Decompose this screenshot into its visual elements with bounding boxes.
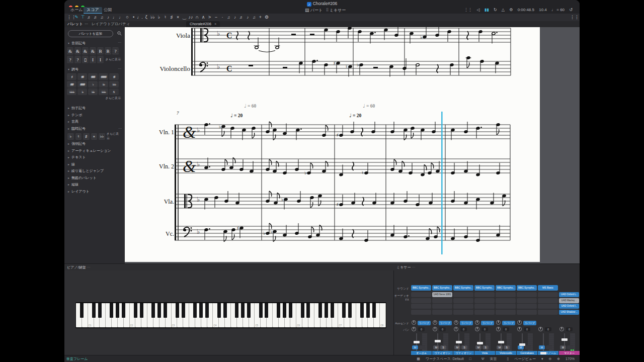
palette-item-レイアウト[interactable]: ▸レイアウト	[64, 188, 125, 195]
audio-fx-slot[interactable]	[453, 292, 473, 297]
accidental-thumb[interactable]: ×	[91, 133, 98, 140]
slur-icon[interactable]: ∩	[194, 14, 200, 21]
drag-handle-icon[interactable]: ⋮⋮	[67, 14, 73, 21]
piano-key-black[interactable]	[98, 303, 102, 318]
solo-button[interactable]: S	[504, 345, 510, 349]
audio-fx-slot[interactable]	[517, 310, 537, 315]
piano-key-black[interactable]	[122, 303, 125, 318]
natural-icon[interactable]: ♮	[162, 14, 169, 21]
reverb-button[interactable]: リバーブ	[481, 321, 494, 325]
aux-send-knob[interactable]	[433, 320, 437, 325]
bass-clef-thumb[interactable]: ?	[67, 56, 73, 63]
double-sharp-icon[interactable]: ×	[175, 14, 181, 21]
solo-button[interactable]: S	[461, 345, 467, 349]
piano-key-black[interactable]	[360, 303, 364, 318]
piano-key-black[interactable]	[205, 303, 209, 318]
note-32-icon[interactable]: ♬	[92, 14, 99, 21]
audio-fx-slot[interactable]	[538, 292, 558, 297]
audio-fx-slot[interactable]: UAD Oxford L..	[559, 292, 579, 297]
audio-fx-slot[interactable]	[496, 304, 516, 309]
accidental-thumb[interactable]: ♭	[67, 133, 74, 140]
piano-key-black[interactable]	[241, 303, 245, 318]
audio-fx-slot[interactable]	[411, 292, 431, 297]
beam-start-icon[interactable]: ♫	[225, 14, 232, 21]
audio-fx-slot[interactable]	[538, 304, 558, 309]
piano-key-black[interactable]	[277, 303, 280, 318]
palette-item-強弱記号[interactable]: ▸強弱記号	[64, 140, 125, 147]
solo-button[interactable]	[525, 345, 531, 349]
fader-handle[interactable]	[435, 340, 441, 342]
audio-fx-slot[interactable]	[411, 304, 431, 309]
piano-key-black[interactable]	[325, 303, 328, 318]
piano-key-black[interactable]	[289, 303, 292, 318]
metronome-button[interactable]: △	[502, 8, 505, 12]
fader-handle[interactable]	[561, 338, 568, 341]
treble-clef-thumb[interactable]: &	[82, 47, 89, 55]
note-quarter-icon[interactable]: ♩	[111, 14, 118, 21]
fader-handle[interactable]	[456, 341, 462, 343]
piano-key-black[interactable]	[80, 303, 84, 318]
aux-send-knob[interactable]	[475, 320, 479, 325]
piano-key-black[interactable]	[247, 303, 251, 318]
audio-fx-slot[interactable]	[453, 304, 473, 309]
audio-fx-slot[interactable]	[517, 304, 537, 309]
alto-clef-thumb[interactable]: B	[97, 47, 104, 55]
mute-button[interactable]: M	[475, 345, 481, 349]
mute-button[interactable]: M	[539, 345, 545, 349]
sound-select-button[interactable]: BBC Sympho..	[432, 285, 452, 291]
pan-knob[interactable]	[454, 327, 458, 331]
aux-send-knob[interactable]	[412, 320, 416, 325]
tab-layout[interactable]: レイアウト	[92, 21, 111, 27]
note-whole-icon[interactable]: ○	[124, 14, 130, 21]
key-signature-thumb-4b[interactable]: ♭♭♭♭	[88, 88, 98, 95]
tenuto-icon[interactable]: −	[213, 14, 219, 21]
perc-clef-thumb[interactable]: ▯	[82, 56, 89, 63]
rest-icon[interactable]: ζ	[143, 14, 149, 21]
audio-fx-slot[interactable]: UAD Oxford I..	[559, 304, 579, 309]
staccato-icon[interactable]: ·	[219, 14, 225, 21]
bass-clef-thumb[interactable]: ?	[112, 47, 119, 55]
audio-fx-slot[interactable]	[474, 310, 495, 315]
piano-key-black[interactable]	[164, 303, 167, 318]
piano-key-black[interactable]	[331, 303, 334, 318]
aux-send-knob[interactable]	[517, 320, 522, 325]
bass-clef-thumb[interactable]: ?	[74, 56, 81, 63]
note-64-icon[interactable]: ♬	[86, 14, 93, 21]
palette-item-音高[interactable]: ▸音高	[64, 118, 125, 125]
audio-fx-slot[interactable]	[474, 298, 495, 303]
mute-button[interactable]: M	[560, 345, 566, 349]
key-signature-thumb-3#[interactable]: ♯♯♯	[77, 73, 87, 80]
key-signature-thumb-7#[interactable]: ♯♯♯♯♯♯♯	[99, 73, 108, 80]
accent-icon[interactable]: >	[206, 14, 213, 21]
show-more-link[interactable]: さらに表示	[106, 96, 121, 101]
piano-key-black[interactable]	[110, 303, 113, 318]
flat-icon[interactable]: ♭	[155, 14, 162, 21]
note-input-pencil-icon[interactable]: ✎	[73, 14, 80, 21]
piano-keyboard[interactable]: C1C2C3C4C5C6C7C8	[75, 302, 386, 328]
sound-select-button[interactable]: BBC Sympho..	[453, 285, 473, 291]
audio-fx-slot[interactable]	[432, 310, 452, 315]
tab-publish[interactable]: 公開	[101, 7, 115, 13]
sound-select-button[interactable]: BBC Sympho..	[517, 285, 537, 291]
accidental-thumb[interactable]: ♯	[83, 133, 90, 140]
audio-fx-slot[interactable]	[411, 298, 431, 303]
key-signature-thumb-5b[interactable]: ♭♭♭♭♭	[109, 81, 119, 87]
palettes-overflow-icon[interactable]: ⋯	[85, 21, 89, 27]
piano-key-black[interactable]	[342, 303, 346, 318]
audio-fx-slot[interactable]	[411, 310, 431, 315]
treble-clef-thumb[interactable]: &	[74, 47, 81, 55]
audio-fx-slot[interactable]	[538, 298, 558, 303]
fader-handle[interactable]	[519, 343, 525, 346]
pan-knob[interactable]	[412, 327, 416, 331]
audio-fx-slot[interactable]	[453, 310, 473, 315]
key-signature-thumb-4#[interactable]: ♯♯♯♯	[67, 81, 76, 87]
pan-knob[interactable]	[475, 327, 479, 331]
note-half-icon[interactable]: ♩	[118, 14, 124, 21]
piano-key-black[interactable]	[92, 303, 96, 318]
rewind-button[interactable]: ◁	[476, 8, 479, 12]
tab-clef-thumb[interactable]: I	[97, 56, 104, 63]
treble-clef-thumb[interactable]: &	[67, 47, 73, 55]
accidental-thumb[interactable]: ♮	[75, 133, 82, 140]
tab-palettes[interactable]: パレット	[67, 21, 83, 27]
solo-button[interactable]	[567, 345, 573, 349]
